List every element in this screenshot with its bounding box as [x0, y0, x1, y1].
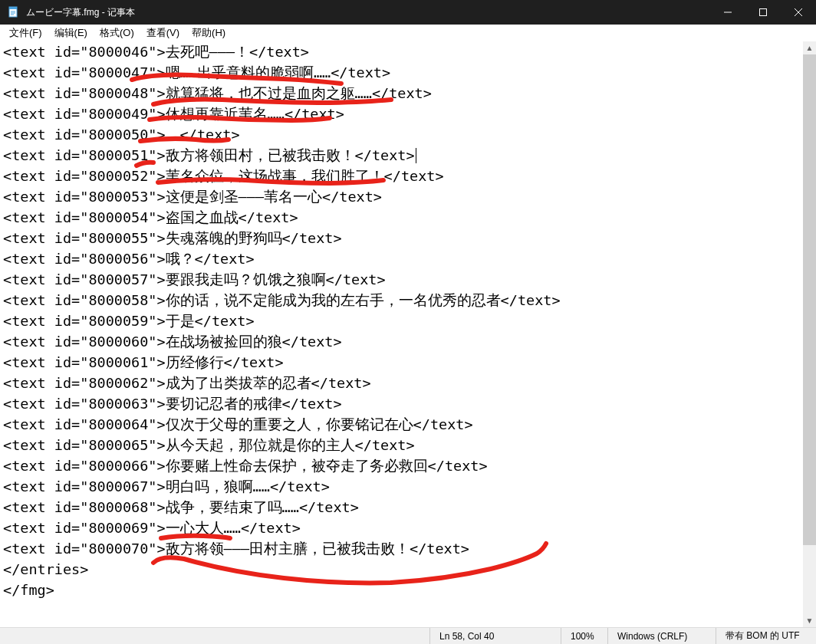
menu-help[interactable]: 帮助(H) [186, 25, 232, 41]
text-line: <text id="8000068">战争，要结束了吗……</text> [3, 497, 813, 518]
editor-area: <text id="8000046">去死吧———！</text><text i… [0, 41, 816, 627]
text-line: </fmg> [3, 580, 813, 600]
status-position: Ln 58, Col 40 [430, 628, 561, 644]
maximize-button[interactable] [745, 0, 781, 25]
window-controls [710, 0, 816, 25]
text-line: <text id="8000050"> </text> [3, 124, 813, 145]
text-line: <text id="8000049">休想再靠近苇名……</text> [3, 104, 813, 124]
text-line: <text id="8000057">要跟我走吗？饥饿之狼啊</text> [3, 269, 813, 290]
status-eol: Windows (CRLF) [608, 628, 716, 644]
text-line: <text id="8000055">失魂落魄的野狗吗</text> [3, 228, 813, 248]
text-line: <text id="8000054">盗国之血战</text> [3, 207, 813, 228]
window-title: ムービー字幕.fmg - 记事本 [26, 6, 710, 19]
text-line: <text id="8000064">仅次于父母的重要之人，你要铭记在心</te… [3, 414, 813, 435]
text-line: <text id="8000070">敌方将领———田村主膳，已被我击败！</t… [3, 538, 813, 559]
text-line: <text id="8000061">历经修行</text> [3, 352, 813, 373]
status-encoding: 带有 BOM 的 UTF [716, 628, 816, 644]
text-line: <text id="8000066">你要赌上性命去保护，被夺走了务必救回</t… [3, 455, 813, 476]
status-zoom: 100% [561, 628, 607, 644]
text-line: <text id="8000052">苇名众位，这场战事，我们胜了！</text… [3, 166, 813, 186]
text-line: </entries> [3, 559, 813, 580]
menu-edit[interactable]: 编辑(E) [48, 25, 94, 41]
text-line: <text id="8000047">嗯……出乎意料的脆弱啊……</text> [3, 62, 813, 83]
menu-format[interactable]: 格式(O) [94, 25, 140, 41]
text-caret [416, 148, 416, 163]
text-line: <text id="8000063">要切记忍者的戒律</text> [3, 393, 813, 414]
vertical-scrollbar[interactable]: ▲ ▼ [803, 41, 816, 627]
menubar: 文件(F) 编辑(E) 格式(O) 查看(V) 帮助(H) [0, 25, 816, 41]
svg-rect-6 [760, 9, 767, 16]
text-line: <text id="8000046">去死吧———！</text> [3, 41, 813, 62]
scroll-down-icon[interactable]: ▼ [803, 614, 816, 627]
notepad-icon [8, 6, 20, 18]
text-line: <text id="8000060">在战场被捡回的狼</text> [3, 331, 813, 352]
text-content[interactable]: <text id="8000046">去死吧———！</text><text i… [0, 41, 816, 627]
text-line: <text id="8000067">明白吗，狼啊……</text> [3, 476, 813, 497]
minimize-button[interactable] [710, 0, 745, 25]
titlebar: ムービー字幕.fmg - 记事本 [0, 0, 816, 25]
scroll-up-icon[interactable]: ▲ [803, 41, 816, 54]
text-line: <text id="8000053">这便是剑圣———苇名一心</text> [3, 186, 813, 207]
scroll-thumb[interactable] [803, 54, 816, 545]
menu-file[interactable]: 文件(F) [3, 25, 48, 41]
menu-view[interactable]: 查看(V) [140, 25, 186, 41]
close-button[interactable] [781, 0, 816, 25]
svg-rect-1 [9, 7, 17, 9]
statusbar: Ln 58, Col 40 100% Windows (CRLF) 带有 BOM… [0, 627, 816, 644]
text-line: <text id="8000051">敌方将领田村，已被我击败！</text> [3, 145, 813, 166]
text-line: <text id="8000059">于是</text> [3, 310, 813, 331]
text-line: <text id="8000048">就算猛将，也不过是血肉之躯……</text… [3, 83, 813, 104]
text-line: <text id="8000056">哦？</text> [3, 248, 813, 269]
text-line: <text id="8000062">成为了出类拔萃的忍者</text> [3, 373, 813, 393]
text-line: <text id="8000065">从今天起，那位就是你的主人</text> [3, 435, 813, 455]
text-line: <text id="8000058">你的话，说不定能成为我的左右手，一名优秀的… [3, 290, 813, 310]
text-line: <text id="8000069">一心大人……</text> [3, 518, 813, 538]
